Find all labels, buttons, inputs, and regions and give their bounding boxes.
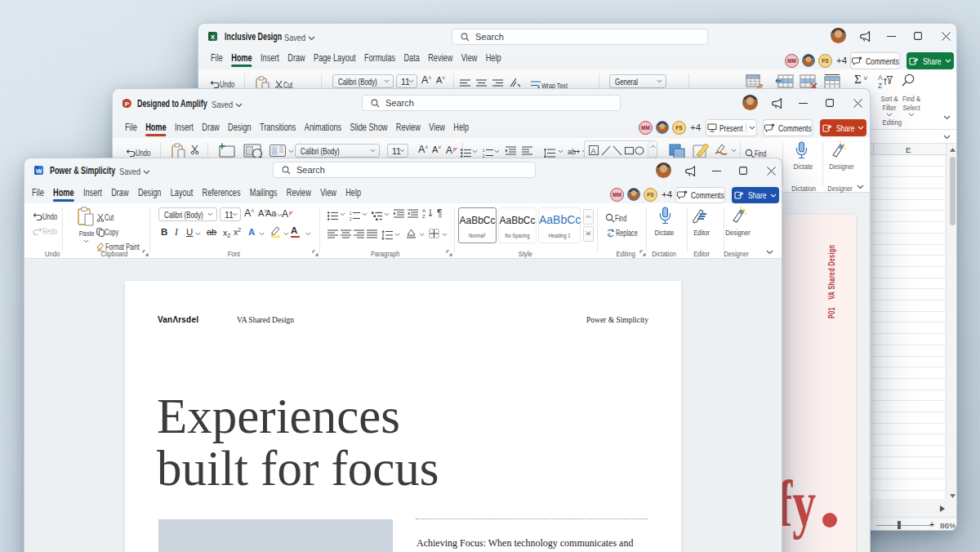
svg-text:b: b (612, 228, 614, 233)
svg-text:1: 1 (483, 149, 485, 153)
svg-text:Z: Z (422, 214, 425, 218)
svg-text:A: A (422, 208, 425, 213)
svg-text:X: X (211, 33, 216, 41)
svg-text:A: A (591, 147, 596, 155)
svg-text:1: 1 (350, 211, 352, 216)
svg-text:W: W (36, 167, 42, 175)
svg-text:c: c (608, 231, 611, 236)
svg-text:Z: Z (878, 82, 882, 90)
svg-text:A: A (878, 73, 883, 82)
svg-text:P: P (125, 100, 130, 108)
svg-text:2: 2 (350, 217, 352, 220)
